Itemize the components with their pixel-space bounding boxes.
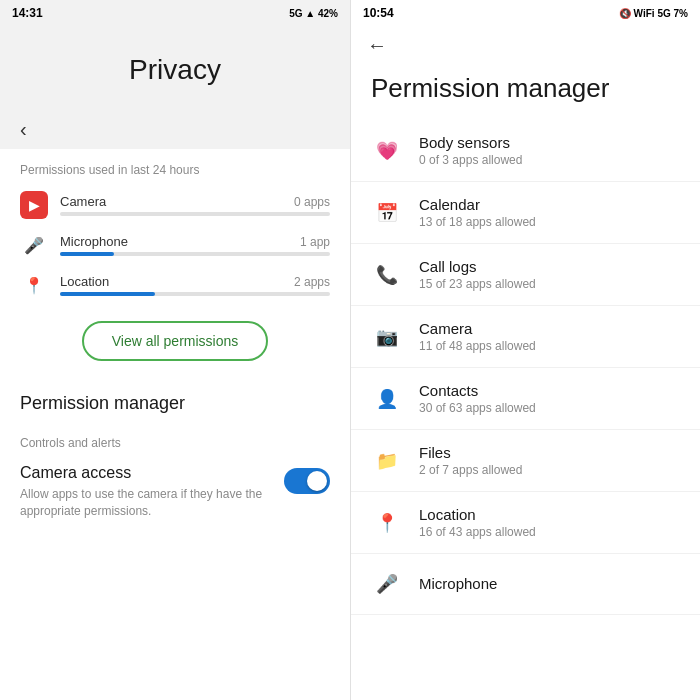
location-permission-row: 📍 Location 2 apps xyxy=(0,265,350,305)
left-content: Privacy ‹ Permissions used in last 24 ho… xyxy=(0,24,350,700)
camera-access-title: Camera access xyxy=(20,464,272,482)
list-item-call-logs[interactable]: 📞 Call logs 15 of 23 apps allowed xyxy=(351,244,700,306)
location-bar-section: Location 2 apps xyxy=(60,274,330,296)
files-name: Files xyxy=(419,444,680,461)
privacy-title-section: Privacy xyxy=(0,24,350,106)
right-back-button[interactable]: ← xyxy=(367,34,387,57)
call-logs-sub: 15 of 23 apps allowed xyxy=(419,277,680,291)
location-icon: 📍 xyxy=(20,271,48,299)
right-panel: 10:54 🔇 WiFi 5G 7% ← Permission manager … xyxy=(350,0,700,700)
right-time: 10:54 xyxy=(363,6,394,20)
call-logs-icon: 📞 xyxy=(371,259,403,291)
left-status-bar: 14:31 5G ▲ 42% xyxy=(0,0,350,24)
controls-label: Controls and alerts xyxy=(0,422,350,456)
left-back-button[interactable]: ‹ xyxy=(0,106,350,149)
camera-access-toggle[interactable] xyxy=(284,468,330,494)
mic-perm-count: 1 app xyxy=(300,235,330,249)
location-perm-count: 2 apps xyxy=(294,275,330,289)
camera-list-icon: 📷 xyxy=(371,321,403,353)
list-item-location[interactable]: 📍 Location 16 of 43 apps allowed xyxy=(351,492,700,554)
calendar-icon: 📅 xyxy=(371,197,403,229)
mic-perm-name: Microphone xyxy=(60,234,128,249)
calendar-text: Calendar 13 of 18 apps allowed xyxy=(419,196,680,229)
list-item-body-sensors[interactable]: 💗 Body sensors 0 of 3 apps allowed xyxy=(351,120,700,182)
location-bar-track xyxy=(60,292,330,296)
microphone-list-text: Microphone xyxy=(419,575,680,594)
camera-icon: ▶ xyxy=(20,191,48,219)
calendar-sub: 13 of 18 apps allowed xyxy=(419,215,680,229)
location-list-icon: 📍 xyxy=(371,507,403,539)
permission-manager-section: Permission manager xyxy=(0,377,350,422)
left-signal-icons: 5G ▲ 42% xyxy=(289,8,338,19)
call-logs-text: Call logs 15 of 23 apps allowed xyxy=(419,258,680,291)
location-list-sub: 16 of 43 apps allowed xyxy=(419,525,680,539)
camera-perm-count: 0 apps xyxy=(294,195,330,209)
mic-icon: 🎤 xyxy=(20,231,48,259)
files-icon: 📁 xyxy=(371,445,403,477)
permissions-used-label: Permissions used in last 24 hours xyxy=(0,149,350,185)
location-perm-name: Location xyxy=(60,274,109,289)
call-logs-name: Call logs xyxy=(419,258,680,275)
microphone-list-icon: 🎤 xyxy=(371,568,403,600)
camera-access-desc: Allow apps to use the camera if they hav… xyxy=(20,486,272,520)
location-list-text: Location 16 of 43 apps allowed xyxy=(419,506,680,539)
camera-bar-track xyxy=(60,212,330,216)
privacy-title: Privacy xyxy=(20,54,330,86)
list-item-camera[interactable]: 📷 Camera 11 of 48 apps allowed xyxy=(351,306,700,368)
mic-bar-track xyxy=(60,252,330,256)
location-bar-fill xyxy=(60,292,155,296)
body-sensors-sub: 0 of 3 apps allowed xyxy=(419,153,680,167)
contacts-sub: 30 of 63 apps allowed xyxy=(419,401,680,415)
right-title-section: Permission manager xyxy=(351,63,700,120)
permission-manager-title: Permission manager xyxy=(371,73,680,104)
camera-perm-name: Camera xyxy=(60,194,106,209)
permission-list: 💗 Body sensors 0 of 3 apps allowed 📅 Cal… xyxy=(351,120,700,700)
camera-list-name: Camera xyxy=(419,320,680,337)
left-time: 14:31 xyxy=(12,6,43,20)
contacts-text: Contacts 30 of 63 apps allowed xyxy=(419,382,680,415)
camera-bar-section: Camera 0 apps xyxy=(60,194,330,216)
body-sensors-name: Body sensors xyxy=(419,134,680,151)
permission-manager-label: Permission manager xyxy=(20,393,185,413)
calendar-name: Calendar xyxy=(419,196,680,213)
right-header: ← xyxy=(351,24,700,63)
files-sub: 2 of 7 apps allowed xyxy=(419,463,680,477)
mic-permission-row: 🎤 Microphone 1 app xyxy=(0,225,350,265)
files-text: Files 2 of 7 apps allowed xyxy=(419,444,680,477)
left-panel: 14:31 5G ▲ 42% Privacy ‹ Permissions use… xyxy=(0,0,350,700)
list-item-calendar[interactable]: 📅 Calendar 13 of 18 apps allowed xyxy=(351,182,700,244)
camera-list-text: Camera 11 of 48 apps allowed xyxy=(419,320,680,353)
mic-bar-section: Microphone 1 app xyxy=(60,234,330,256)
right-signal-icons: 🔇 WiFi 5G 7% xyxy=(619,8,688,19)
view-all-btn-wrap: View all permissions xyxy=(0,305,350,377)
contacts-name: Contacts xyxy=(419,382,680,399)
contacts-icon: 👤 xyxy=(371,383,403,415)
list-item-files[interactable]: 📁 Files 2 of 7 apps allowed xyxy=(351,430,700,492)
right-status-icons: 🔇 WiFi 5G 7% xyxy=(619,8,688,19)
microphone-list-name: Microphone xyxy=(419,575,680,592)
right-status-bar: 10:54 🔇 WiFi 5G 7% xyxy=(351,0,700,24)
view-all-permissions-button[interactable]: View all permissions xyxy=(82,321,269,361)
list-item-contacts[interactable]: 👤 Contacts 30 of 63 apps allowed xyxy=(351,368,700,430)
mic-bar-fill xyxy=(60,252,114,256)
list-item-microphone[interactable]: 🎤 Microphone xyxy=(351,554,700,615)
body-sensors-text: Body sensors 0 of 3 apps allowed xyxy=(419,134,680,167)
location-list-name: Location xyxy=(419,506,680,523)
camera-permission-row: ▶ Camera 0 apps xyxy=(0,185,350,225)
left-status-icons: 5G ▲ 42% xyxy=(289,8,338,19)
camera-access-row: Camera access Allow apps to use the came… xyxy=(0,456,350,532)
body-sensors-icon: 💗 xyxy=(371,135,403,167)
camera-list-sub: 11 of 48 apps allowed xyxy=(419,339,680,353)
camera-access-text: Camera access Allow apps to use the came… xyxy=(20,464,272,520)
